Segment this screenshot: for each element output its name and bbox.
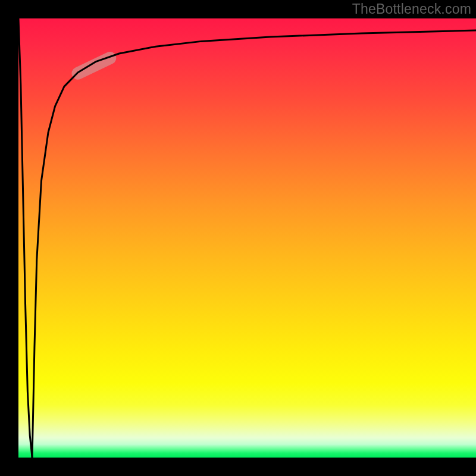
series-curve-up xyxy=(32,30,476,458)
highlight-group xyxy=(78,58,110,73)
series-group xyxy=(18,18,476,458)
highlight-segment xyxy=(78,58,110,73)
series-curve-down xyxy=(18,18,32,458)
plot-area xyxy=(18,18,476,458)
plot-frame xyxy=(0,0,476,476)
watermark-label: TheBottleneck.com xyxy=(352,1,471,17)
chart-curves-svg xyxy=(18,18,476,458)
